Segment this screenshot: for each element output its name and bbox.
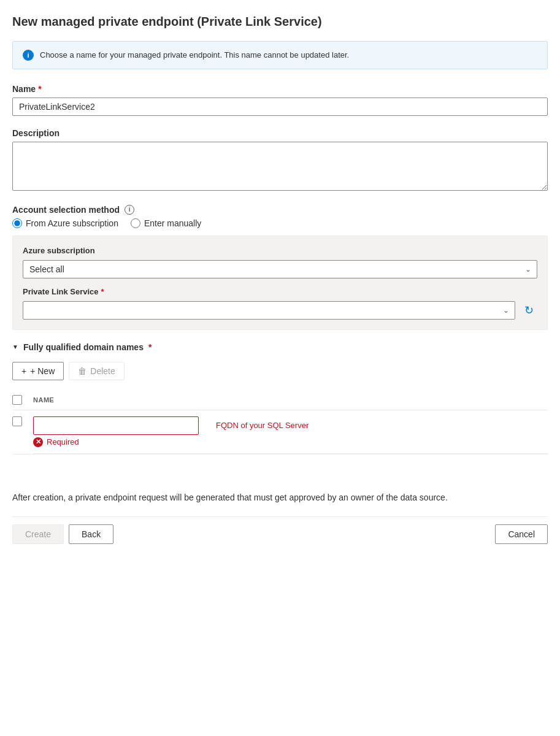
refresh-icon[interactable]: ↻	[520, 302, 537, 319]
account-selection-group: Account selection method i From Azure su…	[12, 205, 548, 330]
fqdn-hint-text: FQDN of your SQL Server	[216, 421, 309, 430]
info-banner-text: Choose a name for your managed private e…	[40, 49, 349, 61]
private-link-service-select[interactable]	[23, 301, 515, 320]
table-row: FQDN of your SQL Server ✕ Required	[12, 410, 548, 453]
error-icon: ✕	[33, 437, 43, 447]
delete-button-label: Delete	[90, 366, 115, 376]
fqdn-row: FQDN of your SQL Server	[33, 416, 309, 435]
page-title: New managed private endpoint (Private Li…	[12, 15, 548, 29]
back-button[interactable]: Back	[69, 524, 113, 544]
name-input[interactable]	[12, 98, 548, 116]
plus-icon: +	[21, 366, 26, 376]
trash-icon: 🗑	[78, 366, 86, 376]
create-button: Create	[12, 524, 64, 544]
pls-select-row: ⌄ ↻	[23, 301, 537, 320]
name-required-star: *	[38, 84, 41, 94]
header-checkbox-col	[12, 395, 26, 405]
new-button-label: + New	[30, 366, 55, 376]
azure-subscription-label: Azure subscription	[23, 246, 537, 255]
table-header-row: NAME	[12, 390, 548, 410]
private-link-service-label: Private Link Service *	[23, 287, 537, 296]
name-field-group: Name *	[12, 84, 548, 116]
new-button[interactable]: + + New	[12, 362, 64, 380]
radio-from-azure[interactable]: From Azure subscription	[12, 218, 118, 228]
header-checkbox[interactable]	[12, 395, 22, 405]
radio-enter-manually-input[interactable]	[131, 218, 140, 228]
fqdn-required-star: *	[148, 342, 152, 352]
info-banner: i Choose a name for your managed private…	[12, 41, 548, 69]
pls-select-wrapper: ⌄	[23, 301, 515, 320]
subscription-section: Azure subscription Select all ⌄ Private …	[12, 236, 548, 330]
azure-subscription-select[interactable]: Select all	[23, 260, 537, 278]
radio-group: From Azure subscription Enter manually	[12, 218, 548, 228]
radio-from-azure-input[interactable]	[12, 218, 22, 228]
table-name-col-header: NAME	[33, 396, 54, 404]
azure-subscription-select-wrapper: Select all ⌄	[23, 260, 537, 278]
action-bar: Create Back Cancel	[12, 516, 548, 551]
row-divider	[33, 453, 548, 454]
fqdn-toolbar: + + New 🗑 Delete	[12, 362, 548, 380]
fqdn-section: ▼ Fully qualified domain names * + + New…	[12, 342, 548, 454]
radio-enter-manually[interactable]: Enter manually	[131, 218, 201, 228]
pls-required-star: *	[101, 287, 104, 296]
description-label: Description	[12, 128, 548, 138]
delete-button: 🗑 Delete	[69, 362, 124, 380]
fqdn-table: NAME FQDN of your SQL Server ✕ Required	[12, 390, 548, 454]
footer-note: After creation, a private endpoint reque…	[12, 491, 548, 504]
action-left-buttons: Create Back	[12, 524, 113, 544]
fqdn-input[interactable]	[33, 416, 199, 435]
account-selection-label: Account selection method i	[12, 205, 548, 215]
cancel-button[interactable]: Cancel	[495, 524, 548, 544]
description-input[interactable]	[12, 142, 548, 191]
account-selection-info-icon[interactable]: i	[125, 205, 134, 215]
fqdn-input-wrapper: FQDN of your SQL Server ✕ Required	[33, 416, 548, 447]
description-field-group: Description	[12, 128, 548, 193]
required-error: ✕ Required	[33, 437, 79, 447]
name-label: Name *	[12, 84, 548, 94]
private-link-service-section: Private Link Service * ⌄ ↻	[23, 287, 537, 320]
required-error-text: Required	[47, 437, 79, 447]
info-icon: i	[23, 50, 34, 61]
row-checkbox-col	[12, 416, 26, 426]
collapse-icon[interactable]: ▼	[12, 343, 18, 350]
row-checkbox[interactable]	[12, 416, 22, 426]
fqdn-section-header: ▼ Fully qualified domain names *	[12, 342, 548, 352]
